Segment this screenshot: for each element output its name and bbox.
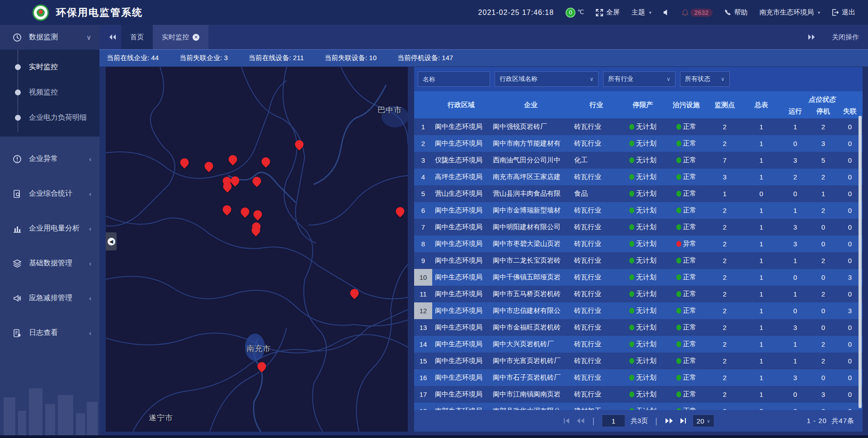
cell-industry: 砖瓦行业 [571, 306, 621, 315]
cell-industry: 砖瓦行业 [571, 390, 621, 399]
page-number-input[interactable] [602, 414, 625, 427]
table-row[interactable]: 15阆中生态环境局阆中市光富页岩机砖厂砖瓦行业无计划正常21120 [414, 353, 863, 369]
tab-首页[interactable]: 首页 [121, 25, 153, 49]
cell-region: 阆中生态环境局 [432, 273, 490, 282]
name-filter-input[interactable] [423, 75, 485, 83]
mute-button[interactable] [663, 9, 670, 16]
cell-company: 阆中市忠信建材有限公 [490, 306, 571, 315]
sidebar-item-企业异常[interactable]: 企业异常‹ [0, 146, 99, 171]
cell-facility-status: 正常 [665, 206, 708, 215]
logout-button[interactable]: 退出 [832, 8, 855, 17]
cell-facility-status: 正常 [665, 357, 708, 365]
status-dot-icon [629, 391, 634, 397]
map-pin-icon[interactable] [241, 207, 250, 216]
table-row[interactable]: 7阆中生态环境局阆中明阳建材有限公司砖瓦行业无计划正常21300 [414, 219, 863, 235]
logout-icon [832, 9, 839, 16]
cell-running: 1 [781, 207, 809, 214]
table-row[interactable]: 9阆中生态环境局阆中市二龙长宝页岩砖砖瓦行业无计划正常21120 [414, 252, 863, 269]
table-row[interactable]: 10阆中生态环境局阆中千佛镇五郎垭页岩砖瓦行业无计划正常21003 [414, 269, 863, 286]
org-menu[interactable]: 南充市生态环境局 ▾ [760, 8, 820, 17]
status-dot-icon [676, 391, 681, 397]
first-page-button[interactable] [562, 417, 571, 424]
table-row[interactable]: 13阆中生态环境局阆中市金福旺页岩机砖砖瓦行业无计划正常21300 [414, 319, 863, 336]
close-operations-button[interactable]: 关闭操作 [832, 33, 859, 42]
map-pin-icon[interactable] [254, 210, 262, 219]
sidebar-item-应急减排管理[interactable]: 应急减排管理‹ [0, 286, 99, 311]
map-pin-icon[interactable] [180, 158, 189, 167]
cell-halted: 2 [809, 257, 837, 264]
map-pin-icon[interactable] [252, 226, 260, 235]
cell-running: 1 [781, 123, 809, 131]
cell-facility-status: 正常 [665, 290, 708, 298]
cell-halted: 0 [809, 307, 837, 315]
page-size-select[interactable]: 20 ∨ [693, 414, 714, 427]
stat-value: 10 [369, 54, 377, 61]
last-page-button[interactable] [679, 417, 687, 424]
table-row[interactable]: 12阆中生态环境局阆中市忠信建材有限公砖瓦行业无计划正常21003 [414, 302, 863, 319]
tabs-scroll-right-button[interactable] [807, 34, 816, 40]
table-row[interactable]: 11阆中生态环境局阆中市五马桥页岩机砖砖瓦行业无计划正常21120 [414, 286, 863, 302]
tab-实时监控[interactable]: 实时监控✕ [153, 25, 208, 49]
industry-filter-select[interactable]: 所有行业 ∨ [603, 71, 675, 87]
map-pin-icon[interactable] [258, 362, 266, 371]
next-page-button[interactable] [665, 417, 674, 424]
help-button[interactable]: 帮助 [724, 8, 748, 17]
table-row[interactable]: 5营山生态环境局营山县润丰肉食品有限食品无计划正常10010 [414, 185, 863, 202]
table-row[interactable]: 2阆中生态环境局阆中市南方节能建材有砖瓦行业无计划正常21030 [414, 135, 863, 152]
sidebar-subitem-实时监控[interactable]: 实时监控 [0, 54, 99, 80]
sidebar-item-日志查看[interactable]: 日志查看‹ [0, 320, 99, 345]
status-dot-icon [629, 375, 634, 381]
region-filter-select[interactable]: 行政区域名称 ∨ [495, 71, 599, 87]
map-panel[interactable]: 巴中市南充市遂宁市 ◀ [106, 67, 408, 432]
map-pin-icon[interactable] [350, 289, 359, 297]
status-dot-icon [676, 124, 681, 130]
cell-running: 3 [781, 156, 809, 164]
prev-page-button[interactable] [576, 417, 585, 424]
cell-running: 1 [781, 290, 809, 298]
map-pin-icon[interactable] [262, 157, 270, 166]
table-row[interactable]: 6阆中生态环境局阆中市金博瑞新型墙材砖瓦行业无计划正常21120 [414, 202, 863, 219]
cell-halted: 0 [809, 374, 837, 381]
table-row[interactable]: 18南部生态环境局南部县政华水泥有限公建材加工无计划正常62060 [414, 403, 863, 410]
map-pin-icon[interactable] [396, 207, 405, 216]
notifications-button[interactable]: 2632 [682, 9, 712, 17]
theme-menu[interactable]: 主题 ▾ [632, 8, 651, 17]
fullscreen-button[interactable]: 全屏 [596, 8, 620, 17]
table-row[interactable]: 17阆中生态环境局阆中市江南镇阆南页岩砖瓦行业无计划正常21030 [414, 386, 863, 403]
map-collapse-button[interactable]: ◀ [106, 232, 117, 250]
table-row[interactable]: 3仪陇生态环境局西南油气田分公司川中化工无计划正常71350 [414, 152, 863, 169]
map-pin-icon[interactable] [253, 177, 261, 185]
map-pin-icon[interactable] [205, 162, 213, 170]
theme-label: 主题 [632, 8, 645, 17]
status-dot-icon [629, 325, 634, 330]
cell-stop-status: 无计划 [621, 273, 665, 282]
sidebar-subitem-企业电力负荷明细[interactable]: 企业电力负荷明细 [0, 105, 99, 130]
cell-facility-status: 正常 [665, 273, 708, 282]
table-row[interactable]: 8阆中生态环境局阆中市枣碧大梁山页岩砖瓦行业无计划异常21300 [414, 235, 863, 252]
name-filter-field[interactable] [418, 71, 490, 87]
table-row[interactable]: 14阆中生态环境局阆中大兴页岩机砖厂砖瓦行业无计划正常21120 [414, 336, 863, 353]
sidebar-item-基础数据管理[interactable]: 基础数据管理‹ [0, 251, 99, 276]
sidebar-item-企业用电量分析[interactable]: 企业用电量分析‹ [0, 216, 99, 241]
table-row[interactable]: 1阆中生态环境局阆中强锐页岩砖厂砖瓦行业无计划正常21120 [414, 118, 863, 135]
chevron-collapsed-icon: ‹ [89, 190, 91, 198]
sidebar-item-企业综合统计[interactable]: 企业综合统计‹ [0, 181, 99, 206]
cell-stop-status: 无计划 [621, 240, 665, 248]
map-pin-icon[interactable] [231, 176, 240, 185]
tab-close-icon[interactable]: ✕ [193, 34, 199, 41]
cell-halted: 2 [809, 207, 837, 214]
tabs-scroll-left-button[interactable] [108, 34, 117, 40]
table-row[interactable]: 16阆中生态环境局阆中市石子页岩机砖厂砖瓦行业无计划正常21300 [414, 369, 863, 386]
map-pin-icon[interactable] [223, 205, 231, 214]
stat-item: 当前停机设备: 147 [397, 54, 453, 62]
table-row[interactable]: 4高坪生态环境局南充市高坪区王家店建砖瓦行业无计划正常31220 [414, 169, 863, 185]
map-pin-icon[interactable] [229, 155, 237, 164]
sidebar-item-data-monitor[interactable]: 数据监测∨ [0, 25, 99, 50]
row-index: 10 [414, 269, 432, 286]
map-pin-icon[interactable] [295, 140, 304, 149]
status-filter-select[interactable]: 所有状态 ∨ [680, 71, 730, 87]
cell-company: 阆中大兴页岩机砖厂 [490, 340, 571, 349]
map-pin-icon[interactable] [223, 182, 232, 191]
sidebar-subitem-视频监控[interactable]: 视频监控 [0, 80, 99, 105]
table-scrollbar[interactable] [859, 116, 862, 408]
